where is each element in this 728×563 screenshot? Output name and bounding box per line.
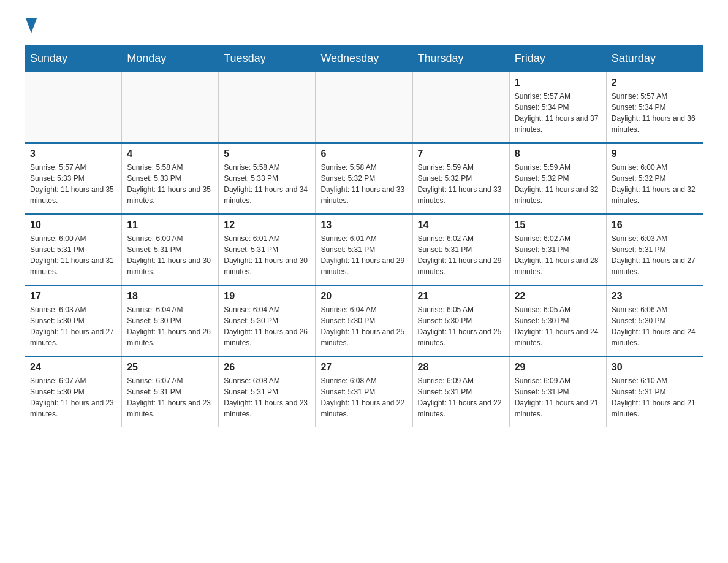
day-info: Sunrise: 6:07 AMSunset: 5:30 PMDaylight:… bbox=[30, 375, 116, 419]
day-info: Sunrise: 6:05 AMSunset: 5:30 PMDaylight:… bbox=[515, 304, 601, 348]
day-number: 30 bbox=[612, 362, 698, 373]
logo-triangle-icon bbox=[26, 18, 37, 33]
day-info: Sunrise: 6:09 AMSunset: 5:31 PMDaylight:… bbox=[515, 375, 601, 419]
day-number: 6 bbox=[320, 148, 407, 159]
weekday-header-row: SundayMondayTuesdayWednesdayThursdayFrid… bbox=[25, 46, 703, 72]
day-info: Sunrise: 5:59 AMSunset: 5:32 PMDaylight:… bbox=[515, 162, 601, 206]
day-number: 10 bbox=[30, 220, 116, 231]
day-number: 27 bbox=[320, 362, 407, 373]
calendar-cell: 3Sunrise: 5:57 AMSunset: 5:33 PMDaylight… bbox=[25, 143, 122, 214]
day-info: Sunrise: 5:57 AMSunset: 5:33 PMDaylight:… bbox=[30, 162, 116, 206]
day-number: 3 bbox=[30, 148, 116, 159]
day-number: 7 bbox=[418, 148, 504, 159]
calendar-cell: 21Sunrise: 6:05 AMSunset: 5:30 PMDayligh… bbox=[412, 285, 509, 356]
calendar-cell bbox=[122, 72, 219, 143]
calendar-cell: 10Sunrise: 6:00 AMSunset: 5:31 PMDayligh… bbox=[25, 214, 122, 285]
calendar-cell: 13Sunrise: 6:01 AMSunset: 5:31 PMDayligh… bbox=[316, 214, 412, 285]
day-number: 20 bbox=[320, 291, 407, 302]
day-info: Sunrise: 5:58 AMSunset: 5:33 PMDaylight:… bbox=[127, 162, 213, 206]
calendar-cell: 25Sunrise: 6:07 AMSunset: 5:31 PMDayligh… bbox=[122, 356, 219, 427]
calendar-week-row: 10Sunrise: 6:00 AMSunset: 5:31 PMDayligh… bbox=[25, 214, 703, 285]
day-info: Sunrise: 6:02 AMSunset: 5:31 PMDaylight:… bbox=[418, 233, 504, 277]
calendar-cell: 20Sunrise: 6:04 AMSunset: 5:30 PMDayligh… bbox=[316, 285, 412, 356]
weekday-header-saturday: Saturday bbox=[606, 46, 703, 72]
calendar-week-row: 1Sunrise: 5:57 AMSunset: 5:34 PMDaylight… bbox=[25, 72, 703, 143]
day-number: 21 bbox=[418, 291, 504, 302]
day-info: Sunrise: 6:04 AMSunset: 5:30 PMDaylight:… bbox=[224, 304, 310, 348]
day-info: Sunrise: 6:01 AMSunset: 5:31 PMDaylight:… bbox=[224, 233, 310, 277]
day-number: 24 bbox=[30, 362, 116, 373]
day-number: 26 bbox=[224, 362, 310, 373]
page-header bbox=[25, 18, 703, 33]
day-number: 14 bbox=[418, 220, 504, 231]
weekday-header-wednesday: Wednesday bbox=[316, 46, 412, 72]
day-info: Sunrise: 6:03 AMSunset: 5:30 PMDaylight:… bbox=[30, 304, 116, 348]
calendar-cell: 7Sunrise: 5:59 AMSunset: 5:32 PMDaylight… bbox=[412, 143, 509, 214]
calendar-week-row: 17Sunrise: 6:03 AMSunset: 5:30 PMDayligh… bbox=[25, 285, 703, 356]
day-info: Sunrise: 6:10 AMSunset: 5:31 PMDaylight:… bbox=[612, 375, 698, 419]
day-info: Sunrise: 5:58 AMSunset: 5:32 PMDaylight:… bbox=[320, 162, 407, 206]
day-info: Sunrise: 6:07 AMSunset: 5:31 PMDaylight:… bbox=[127, 375, 213, 419]
day-number: 25 bbox=[127, 362, 213, 373]
day-info: Sunrise: 6:06 AMSunset: 5:30 PMDaylight:… bbox=[612, 304, 698, 348]
day-info: Sunrise: 6:01 AMSunset: 5:31 PMDaylight:… bbox=[320, 233, 407, 277]
day-number: 29 bbox=[515, 362, 601, 373]
day-number: 4 bbox=[127, 148, 213, 159]
day-info: Sunrise: 6:02 AMSunset: 5:31 PMDaylight:… bbox=[515, 233, 601, 277]
calendar-cell bbox=[219, 72, 316, 143]
weekday-header-tuesday: Tuesday bbox=[219, 46, 316, 72]
day-info: Sunrise: 6:04 AMSunset: 5:30 PMDaylight:… bbox=[127, 304, 213, 348]
logo bbox=[25, 18, 37, 33]
calendar-cell: 24Sunrise: 6:07 AMSunset: 5:30 PMDayligh… bbox=[25, 356, 122, 427]
calendar-cell: 5Sunrise: 5:58 AMSunset: 5:33 PMDaylight… bbox=[219, 143, 316, 214]
day-number: 13 bbox=[320, 220, 407, 231]
calendar-cell: 26Sunrise: 6:08 AMSunset: 5:31 PMDayligh… bbox=[219, 356, 316, 427]
calendar-cell: 17Sunrise: 6:03 AMSunset: 5:30 PMDayligh… bbox=[25, 285, 122, 356]
weekday-header-thursday: Thursday bbox=[412, 46, 509, 72]
day-info: Sunrise: 6:03 AMSunset: 5:31 PMDaylight:… bbox=[612, 233, 698, 277]
calendar-cell: 30Sunrise: 6:10 AMSunset: 5:31 PMDayligh… bbox=[606, 356, 703, 427]
day-number: 15 bbox=[515, 220, 601, 231]
calendar-cell: 15Sunrise: 6:02 AMSunset: 5:31 PMDayligh… bbox=[509, 214, 606, 285]
day-number: 9 bbox=[612, 148, 698, 159]
day-number: 17 bbox=[30, 291, 116, 302]
day-number: 1 bbox=[515, 77, 601, 88]
calendar-cell: 6Sunrise: 5:58 AMSunset: 5:32 PMDaylight… bbox=[316, 143, 412, 214]
weekday-header-friday: Friday bbox=[509, 46, 606, 72]
day-number: 19 bbox=[224, 291, 310, 302]
day-number: 12 bbox=[224, 220, 310, 231]
day-number: 28 bbox=[418, 362, 504, 373]
calendar-week-row: 24Sunrise: 6:07 AMSunset: 5:30 PMDayligh… bbox=[25, 356, 703, 427]
day-number: 22 bbox=[515, 291, 601, 302]
calendar-cell: 8Sunrise: 5:59 AMSunset: 5:32 PMDaylight… bbox=[509, 143, 606, 214]
day-number: 16 bbox=[612, 220, 698, 231]
day-number: 5 bbox=[224, 148, 310, 159]
day-number: 11 bbox=[127, 220, 213, 231]
day-info: Sunrise: 6:00 AMSunset: 5:32 PMDaylight:… bbox=[612, 162, 698, 206]
day-info: Sunrise: 5:57 AMSunset: 5:34 PMDaylight:… bbox=[612, 91, 698, 135]
calendar-cell: 11Sunrise: 6:00 AMSunset: 5:31 PMDayligh… bbox=[122, 214, 219, 285]
day-info: Sunrise: 6:09 AMSunset: 5:31 PMDaylight:… bbox=[418, 375, 504, 419]
calendar-cell bbox=[316, 72, 412, 143]
calendar-cell: 23Sunrise: 6:06 AMSunset: 5:30 PMDayligh… bbox=[606, 285, 703, 356]
calendar-cell: 18Sunrise: 6:04 AMSunset: 5:30 PMDayligh… bbox=[122, 285, 219, 356]
calendar-cell: 12Sunrise: 6:01 AMSunset: 5:31 PMDayligh… bbox=[219, 214, 316, 285]
day-info: Sunrise: 6:08 AMSunset: 5:31 PMDaylight:… bbox=[320, 375, 407, 419]
day-number: 18 bbox=[127, 291, 213, 302]
calendar-cell: 29Sunrise: 6:09 AMSunset: 5:31 PMDayligh… bbox=[509, 356, 606, 427]
day-info: Sunrise: 5:59 AMSunset: 5:32 PMDaylight:… bbox=[418, 162, 504, 206]
day-info: Sunrise: 6:05 AMSunset: 5:30 PMDaylight:… bbox=[418, 304, 504, 348]
day-info: Sunrise: 6:00 AMSunset: 5:31 PMDaylight:… bbox=[127, 233, 213, 277]
calendar-cell bbox=[412, 72, 509, 143]
calendar-cell: 1Sunrise: 5:57 AMSunset: 5:34 PMDaylight… bbox=[509, 72, 606, 143]
calendar-week-row: 3Sunrise: 5:57 AMSunset: 5:33 PMDaylight… bbox=[25, 143, 703, 214]
day-info: Sunrise: 6:04 AMSunset: 5:30 PMDaylight:… bbox=[320, 304, 407, 348]
day-info: Sunrise: 5:58 AMSunset: 5:33 PMDaylight:… bbox=[224, 162, 310, 206]
svg-marker-0 bbox=[26, 18, 37, 33]
weekday-header-monday: Monday bbox=[122, 46, 219, 72]
calendar-cell: 9Sunrise: 6:00 AMSunset: 5:32 PMDaylight… bbox=[606, 143, 703, 214]
calendar-cell: 14Sunrise: 6:02 AMSunset: 5:31 PMDayligh… bbox=[412, 214, 509, 285]
calendar-cell: 19Sunrise: 6:04 AMSunset: 5:30 PMDayligh… bbox=[219, 285, 316, 356]
weekday-header-sunday: Sunday bbox=[25, 46, 122, 72]
calendar-cell: 27Sunrise: 6:08 AMSunset: 5:31 PMDayligh… bbox=[316, 356, 412, 427]
